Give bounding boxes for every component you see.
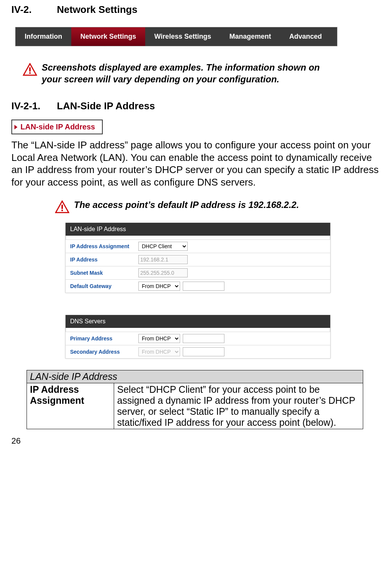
row-default-gateway: Default Gateway From DHCP [66,279,330,293]
section-title: Network Settings [57,4,137,15]
panel-header: DNS Servers [66,315,330,328]
config-panel-dns: DNS Servers Primary Address From DHCP Se… [65,315,331,359]
field-label: Secondary Address [70,349,138,355]
secondary-dns-input[interactable] [183,347,224,356]
row-ip-address: IP Address [66,253,330,266]
tab-advanced[interactable]: Advanced [280,27,331,46]
tab-information[interactable]: Information [16,27,71,46]
warning-text: Screenshots displayed are examples. The … [42,61,337,85]
body-paragraph: The “LAN-side IP address” page allows yo… [11,139,384,188]
warning-note: The access point’s default IP address is… [55,199,370,213]
menu-item-lan-side-ip[interactable]: LAN-side IP Address [11,120,103,134]
section-heading: IV-2.Network Settings [11,4,384,16]
secondary-dns-select[interactable]: From DHCP [138,347,180,356]
chevron-right-icon [14,125,17,129]
ip-assignment-select[interactable]: DHCP Client [138,242,188,251]
warning-icon [55,200,69,213]
warning-text: The access point’s default IP address is… [74,199,299,211]
row-secondary-dns: Secondary Address From DHCP [66,345,330,358]
row-description: Select “DHCP Client” for your access poi… [114,383,363,429]
svg-rect-2 [29,72,31,74]
warning-icon [23,63,37,76]
config-panel-lan-ip: LAN-side IP Address IP Address Assignmen… [65,223,331,293]
svg-rect-1 [29,67,31,71]
page-number: 26 [11,436,384,446]
field-label: Primary Address [70,335,138,342]
menu-item-label: LAN-side IP Address [20,123,95,131]
primary-dns-input[interactable] [183,334,224,343]
subsection-title: LAN-Side IP Address [57,100,155,112]
tab-network-settings[interactable]: Network Settings [71,27,145,46]
nav-tabs: Information Network Settings Wireless Se… [15,27,337,46]
default-gateway-input[interactable] [183,282,224,291]
svg-rect-5 [61,210,63,211]
description-table: LAN-side IP Address IP Address Assignmen… [27,370,363,429]
field-label: Subnet Mask [70,270,138,276]
panel-header: LAN-side IP Address [66,223,330,236]
warning-note: Screenshots displayed are examples. The … [23,61,337,85]
subsection-heading: IV-2-1.LAN-Side IP Address [11,100,384,112]
subnet-mask-input[interactable] [138,268,188,277]
section-number: IV-2. [11,4,57,16]
row-label: IP Address Assignment [27,383,114,429]
svg-rect-4 [61,205,63,209]
field-label: Default Gateway [70,283,138,289]
tab-wireless-settings[interactable]: Wireless Settings [145,27,220,46]
table-header: LAN-side IP Address [27,370,363,383]
default-gateway-select[interactable]: From DHCP [138,282,180,291]
row-ip-assignment: IP Address Assignment DHCP Client [66,239,330,253]
ip-address-input[interactable] [138,255,188,264]
row-primary-dns: Primary Address From DHCP [66,332,330,345]
subsection-number: IV-2-1. [11,100,57,112]
row-subnet-mask: Subnet Mask [66,266,330,279]
table-row: IP Address Assignment Select “DHCP Clien… [27,383,363,429]
tab-management[interactable]: Management [220,27,280,46]
primary-dns-select[interactable]: From DHCP [138,334,180,343]
field-label: IP Address Assignment [70,243,138,249]
field-label: IP Address [70,257,138,263]
